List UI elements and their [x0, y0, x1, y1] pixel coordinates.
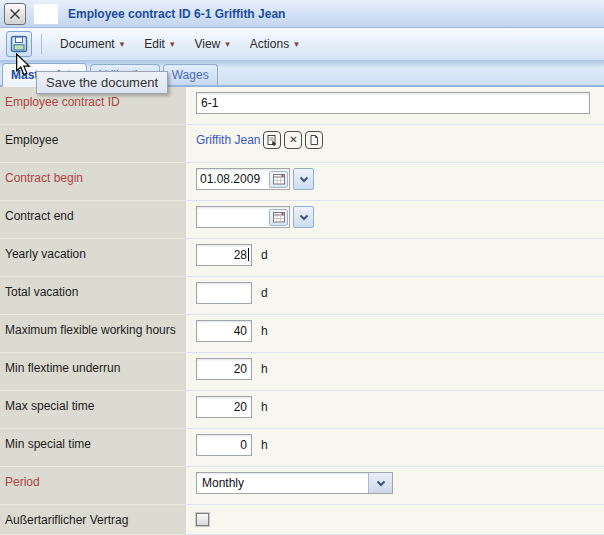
contract-begin-dropdown-button[interactable] [293, 168, 314, 190]
max-flexible-working-hours-input[interactable] [196, 320, 252, 342]
text-caret [248, 248, 249, 261]
chevron-down-icon: ▾ [225, 40, 230, 49]
menu-view-label: View [194, 37, 220, 51]
document-placeholder-icon [34, 4, 58, 24]
toolbar-separator [41, 34, 42, 54]
contract-begin-date-field [196, 168, 290, 190]
row-label: Min flextime underrun [0, 353, 186, 391]
menu-document-label: Document [60, 37, 115, 51]
row-label: Employee [0, 125, 186, 163]
row-field: Monthly [186, 467, 604, 505]
period-dropdown-button[interactable] [368, 473, 392, 493]
row-min-special-time: Min special time h [0, 429, 604, 467]
min-flextime-underrun-input[interactable] [196, 358, 252, 380]
unit-label: h [261, 358, 268, 376]
row-label: Period [0, 467, 186, 505]
toolbar: Document ▾ Edit ▾ View ▾ Actions ▾ [0, 28, 604, 60]
contract-end-dropdown-button[interactable] [293, 206, 314, 228]
row-field: d [186, 277, 604, 315]
row-field: h [186, 429, 604, 467]
save-floppy-icon [10, 35, 28, 53]
clear-employee-button[interactable]: ✕ [284, 131, 302, 149]
menu-actions-label: Actions [250, 37, 289, 51]
save-tooltip: Save the document [36, 71, 168, 94]
row-yearly-vacation: Yearly vacation d [0, 239, 604, 277]
row-employee: Employee Griffith Jean ✕ [0, 125, 604, 163]
titlebar: Employee contract ID 6-1 Griffith Jean [0, 0, 604, 28]
new-document-icon [308, 134, 320, 146]
contract-end-date-field [196, 206, 290, 228]
chevron-down-icon: ▾ [294, 40, 299, 49]
close-button[interactable] [4, 3, 26, 25]
period-select[interactable]: Monthly [196, 472, 393, 494]
window-title: Employee contract ID 6-1 Griffith Jean [68, 7, 285, 21]
row-label: Min special time [0, 429, 186, 467]
row-field [186, 87, 604, 125]
row-field: h [186, 353, 604, 391]
row-label: Contract end [0, 201, 186, 239]
chevron-down-icon: ▾ [120, 40, 125, 49]
select-employee-button[interactable] [263, 131, 281, 149]
row-label: Max special time [0, 391, 186, 429]
period-selected-value: Monthly [197, 473, 368, 493]
contract-end-input[interactable] [197, 208, 269, 226]
row-max-flexible-working-hours: Maximum flexible working hours h [0, 315, 604, 353]
unit-label: d [261, 244, 268, 262]
row-label: Maximum flexible working hours [0, 315, 186, 353]
row-label: Contract begin [0, 163, 186, 201]
row-aussertariflicher-vertrag: Außertariflicher Vertrag [0, 505, 604, 535]
row-contract-end: Contract end [0, 201, 604, 239]
menu-document[interactable]: Document ▾ [50, 33, 134, 55]
total-vacation-input[interactable] [196, 282, 252, 304]
tab-wages[interactable]: Wages [163, 64, 218, 85]
aussertariflicher-vertrag-checkbox[interactable] [196, 513, 209, 526]
chevron-down-icon: ▾ [170, 40, 175, 49]
unit-label: h [261, 396, 268, 414]
row-field: d [186, 239, 604, 277]
row-label: Yearly vacation [0, 239, 186, 277]
new-employee-button[interactable] [305, 131, 323, 149]
employee-contract-id-input[interactable] [196, 92, 590, 114]
menu-actions[interactable]: Actions ▾ [240, 33, 309, 55]
row-period: Period Monthly [0, 467, 604, 505]
clear-icon: ✕ [289, 135, 297, 145]
max-special-time-input[interactable] [196, 396, 252, 418]
menu-view[interactable]: View ▾ [184, 33, 239, 55]
calendar-icon [273, 173, 285, 185]
row-label: Außertariflicher Vertrag [0, 505, 186, 535]
row-total-vacation: Total vacation d [0, 277, 604, 315]
row-field [186, 163, 604, 201]
unit-label: d [261, 282, 268, 300]
chevron-down-icon [299, 214, 309, 221]
row-max-special-time: Max special time h [0, 391, 604, 429]
menu-edit[interactable]: Edit ▾ [134, 33, 184, 55]
row-field [186, 201, 604, 239]
row-field: h [186, 315, 604, 353]
row-field [186, 505, 604, 535]
save-button[interactable] [6, 31, 32, 57]
row-label: Total vacation [0, 277, 186, 315]
contract-begin-input[interactable] [197, 170, 269, 188]
calendar-button[interactable] [269, 209, 288, 226]
calendar-icon [273, 211, 285, 223]
unit-label: h [261, 320, 268, 338]
chevron-down-icon [376, 480, 386, 487]
application-window: Employee contract ID 6-1 Griffith Jean D… [0, 0, 604, 535]
employee-link[interactable]: Griffith Jean [196, 130, 260, 147]
yearly-vacation-input[interactable] [196, 244, 252, 266]
menu-edit-label: Edit [144, 37, 165, 51]
chevron-down-icon [299, 176, 309, 183]
calendar-button[interactable] [269, 171, 288, 188]
row-contract-begin: Contract begin [0, 163, 604, 201]
master-data-form: Employee contract ID Employee Griffith J… [0, 87, 604, 535]
pick-document-icon [266, 134, 278, 146]
close-icon [8, 7, 22, 21]
unit-label: h [261, 434, 268, 452]
row-min-flextime-underrun: Min flextime underrun h [0, 353, 604, 391]
min-special-time-input[interactable] [196, 434, 252, 456]
row-field: h [186, 391, 604, 429]
row-field: Griffith Jean ✕ [186, 125, 604, 163]
